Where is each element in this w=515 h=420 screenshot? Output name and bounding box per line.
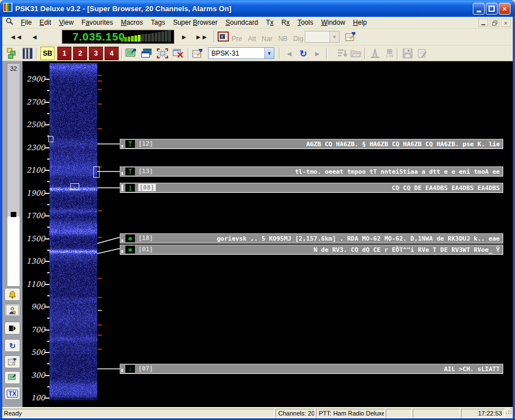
decoded-text: AIL >CH. sLIATT — [444, 365, 500, 373]
rewind-button[interactable]: ◄ — [28, 31, 40, 43]
browser-properties-icon[interactable] — [191, 47, 204, 60]
fast-forward-button[interactable]: ►► — [192, 31, 210, 43]
freq-label: 2500 — [22, 120, 45, 129]
signal-meter — [121, 30, 171, 42]
alarm-button[interactable] — [4, 288, 20, 301]
signal-marker-tick — [98, 324, 102, 326]
freq-tick — [45, 306, 49, 308]
frequency-value: 7.035.150 — [73, 31, 125, 43]
close-channel-icon[interactable] — [172, 47, 184, 60]
menu-bar: FileEditViewFavouritesMacrosTagsSuper Br… — [2, 17, 513, 29]
status-bar: Ready Channels: 20 PTT: Ham Radio Deluxe… — [0, 407, 515, 418]
decoded-text: N de RV3. CQ dQ CE r EÖT^"i RVe T DE RV3… — [314, 246, 500, 254]
menu-window[interactable]: Window — [317, 17, 349, 28]
decoded-text: gorievsk ,. 5 KO95MJ [2,157.6km] . RDA M… — [217, 235, 500, 242]
cw-mode-icon: CW — [383, 47, 396, 60]
save-icon — [401, 47, 414, 60]
app-window: PSK31 Deluxe v3.2 - [Super Browser, 20 C… — [0, 0, 515, 420]
slider-thumb[interactable] — [11, 212, 16, 217]
rescan-button[interactable]: ↻ — [4, 339, 20, 352]
menu-edit[interactable]: Edit — [35, 17, 55, 28]
signal-marker-tick — [98, 349, 102, 350]
playback-button[interactable] — [4, 322, 20, 335]
next-channel-icon[interactable]: ► — [311, 48, 323, 59]
menu-view[interactable]: View — [55, 17, 78, 28]
spectrum-panel: 2900270025002300210019001700150013001100… — [22, 61, 513, 407]
menu-soundcard[interactable]: Soundcard — [222, 17, 262, 28]
menu-help[interactable]: Help — [349, 17, 371, 28]
freq-label: 1900 — [22, 189, 45, 197]
channel-set-3-button[interactable]: 3 — [89, 47, 103, 60]
play-icon — [8, 325, 16, 332]
channel-set-2-button[interactable]: 2 — [73, 47, 87, 60]
operator-icon — [8, 306, 16, 314]
monitor-button[interactable] — [4, 371, 20, 384]
mdi-close-icon[interactable]: × — [501, 19, 511, 27]
tx-button[interactable]: TX — [4, 387, 20, 400]
mdi-restore-icon[interactable] — [490, 19, 499, 27]
refresh-icon: ↻ — [9, 341, 16, 350]
meter-bar — [168, 30, 171, 42]
close-button[interactable]: × — [499, 3, 511, 15]
signal-level-indicator — [121, 172, 123, 175]
minimize-button[interactable] — [473, 3, 485, 15]
app-icon — [3, 3, 12, 14]
prev-channel-icon[interactable]: ◄ — [283, 48, 295, 59]
main-area: 32 ↻ TX 2900270025002300 — [2, 61, 513, 407]
meter-bar — [165, 31, 168, 42]
menu-rx[interactable]: Rx — [277, 17, 293, 28]
channel-bar-13[interactable]: ᛉ[13]tl-tmo. oeeat tmpoo tT nnteiStiaa a… — [120, 166, 503, 177]
channel-bar-12[interactable]: ᛉ[12]A6ZB CQ HA6ZB. § HA6ZB CQ HA6ZB CQ … — [120, 139, 503, 149]
waterfall-display[interactable] — [49, 63, 97, 400]
operator-button[interactable] — [4, 304, 20, 317]
status-time: 17:22:53 — [461, 409, 505, 418]
meter-bar — [155, 33, 157, 42]
channel-bar-08[interactable]: |[08]CQ CQ DE EA4DBS EA4DBS EA4DBS — [120, 183, 503, 193]
dsp-label-nar: Nar — [261, 35, 272, 43]
channel-bar-18[interactable]: ∗[18]gorievsk ,. 5 KO95MJ [2,157.6km] . … — [120, 233, 503, 243]
title-bar[interactable]: PSK31 Deluxe v3.2 - [Super Browser, 20 C… — [0, 0, 515, 17]
meter-bar — [121, 38, 124, 42]
gain-slider[interactable]: 32 — [7, 63, 20, 287]
menu-tools[interactable]: Tools — [293, 17, 317, 28]
select-region-icon[interactable] — [156, 47, 169, 60]
freq-tick — [45, 261, 49, 262]
monitor-window-icon[interactable] — [125, 47, 137, 60]
freq-label: 1100 — [22, 280, 45, 288]
channel-bar-01[interactable]: ∗[01]N de RV3. CQ dQ CE r EÖT^"i RVe T D… — [120, 245, 503, 255]
display-properties-icon[interactable] — [344, 30, 356, 43]
slider-value: 32 — [7, 65, 20, 72]
status-empty-1 — [386, 409, 412, 418]
menu-favourites[interactable]: Favourites — [78, 17, 117, 28]
signal-marker-tick — [98, 103, 102, 105]
resize-grip[interactable] — [506, 407, 513, 417]
forward-button[interactable]: ► — [178, 31, 190, 43]
waterfall-select-rect — [70, 183, 79, 190]
cascade-windows-icon[interactable] — [141, 47, 153, 60]
maximize-button[interactable] — [486, 3, 498, 15]
menu-macros[interactable]: Macros — [117, 17, 147, 28]
refresh-icon[interactable]: ↻ — [297, 47, 309, 60]
search-icon[interactable] — [6, 17, 13, 28]
menu-tx[interactable]: Tx — [262, 17, 277, 28]
vector-arrow-icon: ↓ — [125, 365, 135, 373]
options-button[interactable] — [4, 355, 20, 368]
menu-file[interactable]: File — [17, 17, 35, 28]
channel-bar-07[interactable]: ↓[07]AIL >CH. sLIATT — [120, 364, 503, 374]
mdi-minimize-icon[interactable] — [478, 19, 488, 27]
meter-bar — [148, 34, 151, 42]
decoded-text: CQ CQ DE EA4DBS EA4DBS EA4DBS — [392, 184, 500, 192]
super-browser-button[interactable]: SB — [40, 47, 55, 60]
mode-select[interactable]: BPSK-31▼ — [208, 47, 274, 59]
fast-rewind-button[interactable]: ◄◄ — [7, 31, 25, 43]
dsp-label-dig: Dig — [293, 35, 303, 43]
channel-set-1-button[interactable]: 1 — [57, 47, 71, 60]
menu-super-browser[interactable]: Super Browser — [169, 17, 222, 28]
display-settings-icon[interactable] — [217, 30, 229, 43]
channels-tree-icon[interactable] — [6, 47, 18, 60]
menu-tags[interactable]: Tags — [147, 17, 169, 28]
freq-tick — [45, 147, 49, 148]
channel-set-4-button[interactable]: 4 — [105, 47, 119, 60]
meter-bar — [161, 31, 164, 42]
waterfall-view-icon[interactable] — [21, 47, 34, 60]
